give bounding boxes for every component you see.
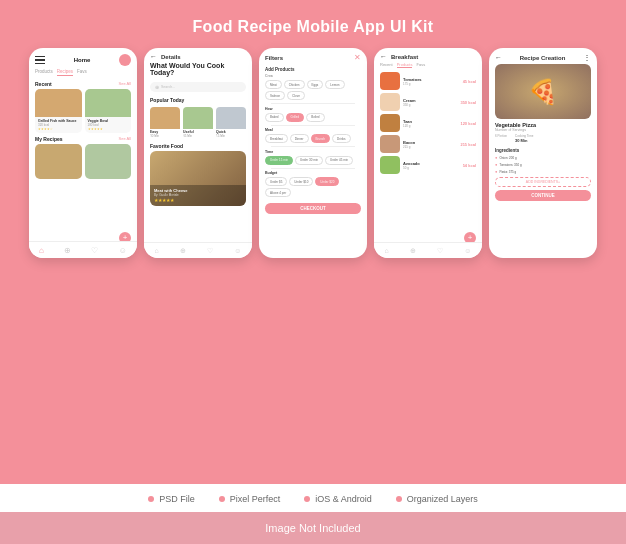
chip-time2[interactable]: Under 30 min	[295, 156, 323, 165]
close-icon[interactable]: ✕	[354, 53, 361, 62]
time-label: Time	[265, 150, 361, 154]
chip-clove[interactable]: Clove	[287, 91, 305, 100]
thumb-sub: 45 Min	[183, 134, 213, 138]
chip-dinner[interactable]: Dinner	[290, 134, 309, 143]
servings-meta: 6 Portion	[495, 134, 507, 143]
home-title: Home	[74, 57, 91, 63]
time-chips: Under 15 min Under 30 min Under 45 min	[265, 156, 361, 165]
chip-b2[interactable]: Under $10	[289, 177, 313, 186]
home-nav-icon[interactable]: ⌂	[155, 247, 159, 255]
see-all-link[interactable]: See All	[119, 81, 131, 87]
chip-breakfast[interactable]: Breakfast	[265, 134, 288, 143]
list-item[interactable]: Bacon 215 g 215 kcal	[380, 135, 476, 153]
meal-label: Meal	[265, 128, 361, 132]
checkout-button[interactable]: CHECKOUT	[265, 203, 361, 214]
chip-b3[interactable]: Under $20	[315, 177, 339, 186]
my-recipes-grid	[35, 144, 131, 179]
search-nav-icon[interactable]: ⊕	[180, 247, 186, 255]
search-nav-icon[interactable]: ⊕	[410, 247, 416, 255]
list-item[interactable]	[85, 144, 132, 179]
search-bar[interactable]: ⊕ Search...	[150, 82, 246, 92]
list-item[interactable]: Taan 120 g 120 kcal	[380, 114, 476, 132]
more-options-icon[interactable]: ⋮	[583, 53, 591, 62]
cooking-time-meta: Cooking Time 30 Min	[515, 134, 533, 143]
chip-baked[interactable]: Baked	[265, 113, 284, 122]
item-weight: 215 g	[403, 145, 457, 149]
tab-favs[interactable]: Favs	[77, 69, 87, 76]
chip-eggs[interactable]: Eggs	[307, 80, 324, 89]
heart-nav-icon[interactable]: ♡	[437, 247, 443, 255]
back-button[interactable]: ←	[495, 54, 502, 61]
ingredients-title: Ingredients	[489, 146, 597, 155]
card-rating: ★★★★★	[88, 127, 129, 131]
fav-card[interactable]: Meat with Cheese By: Guullo Mortale ★★★★…	[150, 151, 246, 206]
chip-salmon[interactable]: Salmon	[265, 91, 285, 100]
chip-brunch[interactable]: Brunch	[311, 134, 331, 143]
back-button[interactable]: ←	[150, 53, 157, 60]
tab-recipes[interactable]: Recipes	[57, 69, 73, 76]
feature-label: PSD File	[159, 494, 195, 504]
chip-chicken[interactable]: Chicken	[284, 80, 305, 89]
chip-meat[interactable]: Meat	[265, 80, 282, 89]
list-item[interactable]: Veggie Bowl 180 kcal ★★★★★	[85, 89, 132, 133]
how-chips: Baked Grilled Boiled	[265, 113, 361, 122]
feature-dot	[304, 496, 310, 502]
home-nav-icon[interactable]: ⌂	[385, 247, 389, 255]
breakfast-list: Tomatoes 175 g 45 kcal Cream 350 g 350 k…	[374, 70, 482, 176]
crea-chips: Meat Chicken Eggs Lemon Salmon Clove	[265, 80, 361, 100]
list-item[interactable]: Useful 45 Min	[183, 107, 213, 138]
list-item: Pasta: 375 g	[495, 169, 591, 174]
chip-b1[interactable]: Under $5	[265, 177, 287, 186]
phone-recipe-creation: ← Recipe Creation ⋮ 🍕 Vegetable Pizza Nu…	[489, 48, 597, 258]
recent-label: Recent	[35, 81, 52, 87]
user-nav-icon[interactable]: ☺	[234, 247, 241, 255]
feature-dot	[219, 496, 225, 502]
budget-chips: Under $5 Under $10 Under $20 Above 4 per	[265, 177, 361, 197]
feature-label: Organized Layers	[407, 494, 478, 504]
search-nav-icon[interactable]: ⊕	[64, 246, 71, 255]
chip-drinks[interactable]: Drinks	[332, 134, 351, 143]
list-item[interactable]: Avocado 50 g 54 kcal	[380, 156, 476, 174]
chip-boiled[interactable]: Boiled	[306, 113, 324, 122]
popular-label: Popular Today	[144, 95, 252, 105]
list-item[interactable]: Tomatoes 175 g 45 kcal	[380, 72, 476, 90]
breakfast-title: Breakfast	[391, 54, 418, 60]
chip-lemon[interactable]: Lemon	[325, 80, 344, 89]
list-item[interactable]: Easy 30 Min	[150, 107, 180, 138]
continue-button[interactable]: CONTINUE	[495, 190, 591, 201]
card-rating: ★★★★☆	[38, 127, 79, 131]
tab-favs[interactable]: Favs	[416, 62, 425, 68]
list-item[interactable]	[35, 144, 82, 179]
my-recipes-see-all[interactable]: See All	[119, 136, 131, 142]
user-nav-icon[interactable]: ☺	[119, 246, 127, 255]
chip-time3[interactable]: Under 45 min	[325, 156, 353, 165]
chip-time1[interactable]: Under 15 min	[265, 156, 293, 165]
list-item[interactable]: Quick 15 Min	[216, 107, 246, 138]
feature-layers: Organized Layers	[396, 494, 478, 504]
tab-products[interactable]: Products	[35, 69, 53, 76]
menu-icon[interactable]	[35, 56, 45, 65]
my-recipes-label: My Recipes	[35, 136, 63, 142]
item-image	[380, 114, 400, 132]
bottom-nav: ⌂ ⊕ ♡ ☺	[374, 242, 482, 258]
item-calories: 215 kcal	[460, 142, 476, 147]
home-nav-icon[interactable]: ⌂	[39, 246, 44, 255]
fav-stars: ★★★★★	[154, 197, 242, 203]
heart-nav-icon[interactable]: ♡	[207, 247, 213, 255]
recipe-info: Vegetable Pizza Number of Servings 6 Por…	[489, 119, 597, 146]
heart-nav-icon[interactable]: ♡	[91, 246, 98, 255]
tab-recent[interactable]: Recent	[380, 62, 393, 68]
add-ingredients-button[interactable]: ADD INGREDIENTS+	[495, 177, 591, 187]
chip-grilled[interactable]: Grilled	[286, 113, 305, 122]
list-item[interactable]: Grilled Fish with Sauce 320 kcal ★★★★☆	[35, 89, 82, 133]
ingredient-list: Onion: 200 g Tomatoes: 350 g Pasta: 375 …	[489, 155, 597, 174]
popular-thumbs: Easy 30 Min Useful 45 Min Quick 15 Min	[144, 105, 252, 140]
back-button[interactable]: ←	[380, 53, 387, 60]
fav-label: Favorite Food	[144, 140, 252, 151]
tab-products[interactable]: Products	[397, 62, 413, 68]
user-nav-icon[interactable]: ☺	[464, 247, 471, 255]
chip-b4[interactable]: Above 4 per	[265, 188, 291, 197]
list-item[interactable]: Cream 350 g 350 kcal	[380, 93, 476, 111]
item-weight: 350 g	[403, 103, 457, 107]
recent-grid: Grilled Fish with Sauce 320 kcal ★★★★☆ V…	[29, 89, 137, 133]
